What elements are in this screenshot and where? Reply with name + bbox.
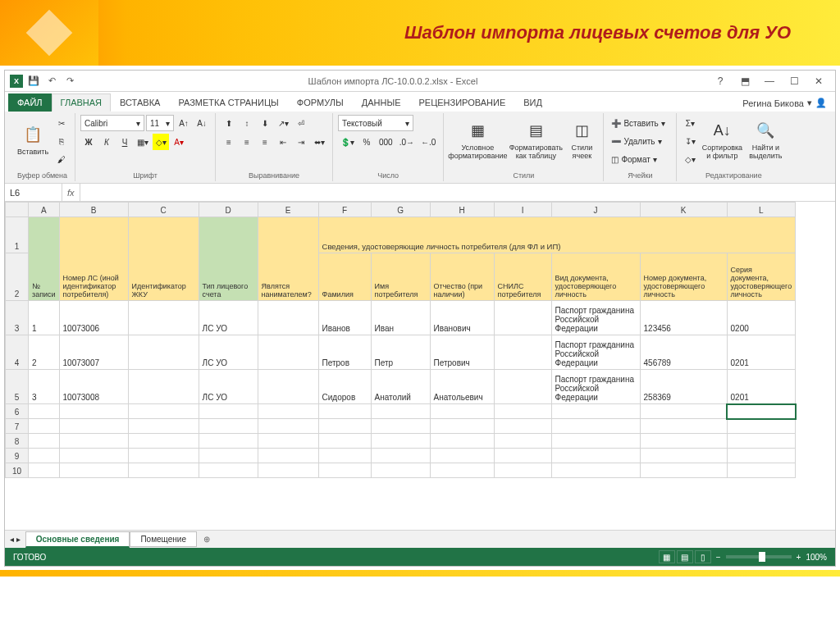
cell[interactable]: 10073008 (59, 370, 128, 404)
cell[interactable]: Вид документа, удостоверяющего личность (551, 253, 640, 301)
format-painter-button[interactable]: 🖌 (53, 151, 70, 167)
tab-formulas[interactable]: ФОРМУЛЫ (288, 93, 353, 112)
cell[interactable] (199, 449, 258, 463)
cell[interactable] (430, 404, 494, 419)
cell[interactable]: Серия документа, удостоверяющего личност… (727, 253, 796, 301)
cell[interactable] (430, 434, 494, 449)
cell[interactable] (371, 419, 430, 434)
cell[interactable]: Фамилия (318, 253, 371, 301)
cell[interactable] (258, 463, 318, 478)
cell[interactable] (430, 419, 494, 434)
col-header-I[interactable]: I (494, 203, 551, 217)
decrease-font-button[interactable]: A↓ (194, 115, 210, 131)
clear-button[interactable]: ◇▾ (682, 151, 698, 167)
fx-button[interactable]: fx (62, 184, 80, 201)
cell[interactable]: Сведения, удостоверяющие личность потреб… (318, 217, 796, 253)
tab-data[interactable]: ДАННЫЕ (353, 93, 410, 112)
wrap-text-button[interactable]: ⏎ (293, 115, 309, 131)
cell[interactable] (258, 404, 318, 419)
name-box[interactable]: L6 (5, 184, 62, 201)
row-header-6[interactable]: 6 (6, 404, 29, 419)
cell[interactable]: Паспорт гражданина Российской Федерации (551, 335, 640, 370)
sheet-tab-main[interactable]: Основные сведения (25, 531, 130, 548)
cell[interactable] (494, 449, 551, 463)
cell[interactable] (128, 404, 199, 419)
close-button[interactable]: ✕ (807, 74, 830, 89)
new-sheet-button[interactable]: ⊕ (197, 532, 217, 546)
user-account[interactable]: Регина Бикова ▾ 👤 (734, 94, 835, 112)
cell[interactable]: ЛС УО (199, 370, 258, 404)
cell[interactable]: 0200 (727, 301, 796, 335)
cell[interactable] (727, 419, 796, 434)
row-header-8[interactable]: 8 (6, 434, 29, 449)
align-center-button[interactable]: ≡ (239, 134, 255, 150)
cell[interactable] (494, 463, 551, 478)
cell[interactable]: СНИЛС потребителя (494, 253, 551, 301)
col-header-A[interactable]: A (29, 203, 60, 217)
col-header-G[interactable]: G (371, 203, 430, 217)
font-name-select[interactable]: Calibri▾ (80, 115, 144, 131)
find-select-button[interactable]: 🔍Найти и выделить (746, 115, 785, 164)
cell[interactable]: 10073006 (59, 301, 128, 335)
conditional-format-button[interactable]: ▦Условное форматирование (449, 115, 506, 164)
maximize-button[interactable]: ☐ (783, 74, 806, 89)
cell[interactable]: Иванович (430, 301, 494, 335)
percent-button[interactable]: % (358, 134, 375, 150)
col-header-C[interactable]: C (128, 203, 199, 217)
paste-button[interactable]: 📋Вставить (15, 115, 51, 164)
cell[interactable]: Паспорт гражданина Российской Федерации (551, 370, 640, 404)
tab-file[interactable]: ФАЙЛ (8, 93, 52, 112)
cell[interactable] (318, 449, 371, 463)
cell[interactable] (29, 434, 60, 449)
cell[interactable]: 3 (29, 370, 60, 404)
insert-cells-button[interactable]: ➕ Вставить ▾ (609, 115, 671, 131)
border-button[interactable]: ▦▾ (135, 134, 151, 150)
sheet-nav[interactable]: ◂ ▸ (5, 535, 25, 544)
col-header-L[interactable]: L (727, 203, 796, 217)
cell[interactable]: ЛС УО (199, 301, 258, 335)
comma-button[interactable]: 000 (377, 134, 395, 150)
view-break-button[interactable]: ▯ (695, 550, 711, 563)
cell[interactable]: Номер ЛС (иной идентификатор потребителя… (59, 217, 128, 301)
cell[interactable]: Иван (371, 301, 430, 335)
cell[interactable] (494, 404, 551, 419)
cell[interactable] (199, 434, 258, 449)
cell[interactable] (640, 404, 727, 419)
currency-button[interactable]: 💲▾ (338, 134, 357, 150)
cell[interactable] (128, 335, 199, 370)
ribbon-options-button[interactable]: ⬒ (733, 74, 756, 89)
decrease-decimal-button[interactable]: ←.0 (418, 134, 438, 150)
cell[interactable] (551, 434, 640, 449)
cell[interactable] (258, 434, 318, 449)
cell[interactable] (640, 434, 727, 449)
cell[interactable]: Имя потребителя (371, 253, 430, 301)
sort-filter-button[interactable]: A↓Сортировка и фильтр (701, 115, 743, 164)
row-header-10[interactable]: 10 (6, 463, 29, 478)
align-right-button[interactable]: ≡ (257, 134, 273, 150)
cell[interactable]: Петрович (430, 335, 494, 370)
undo-button[interactable]: ↶ (44, 74, 59, 89)
cell[interactable]: 123456 (640, 301, 727, 335)
cell[interactable]: Номер документа, удостоверяющего личност… (640, 253, 727, 301)
cut-button[interactable]: ✂ (53, 115, 70, 131)
cell[interactable]: Сидоров (318, 370, 371, 404)
cell[interactable] (430, 463, 494, 478)
cell[interactable]: 1 (29, 301, 60, 335)
cell[interactable]: Являтся нанимателем? (258, 217, 318, 301)
redo-button[interactable]: ↷ (62, 74, 77, 89)
cell[interactable]: Анатольевич (430, 370, 494, 404)
cell[interactable] (551, 404, 640, 419)
tab-review[interactable]: РЕЦЕНЗИРОВАНИЕ (409, 93, 514, 112)
cell[interactable]: 10073007 (59, 335, 128, 370)
cell[interactable] (494, 301, 551, 335)
cell[interactable]: Тип лицевого счета (199, 217, 258, 301)
cell[interactable] (128, 370, 199, 404)
tab-view[interactable]: ВИД (514, 93, 551, 112)
cell[interactable] (318, 434, 371, 449)
format-table-button[interactable]: ▤Форматировать как таблицу (509, 115, 563, 164)
cell[interactable] (128, 449, 199, 463)
cell[interactable] (494, 419, 551, 434)
select-all-corner[interactable] (6, 203, 29, 217)
row-header-1[interactable]: 1 (6, 217, 29, 253)
tab-home[interactable]: ГЛАВНАЯ (52, 93, 111, 112)
